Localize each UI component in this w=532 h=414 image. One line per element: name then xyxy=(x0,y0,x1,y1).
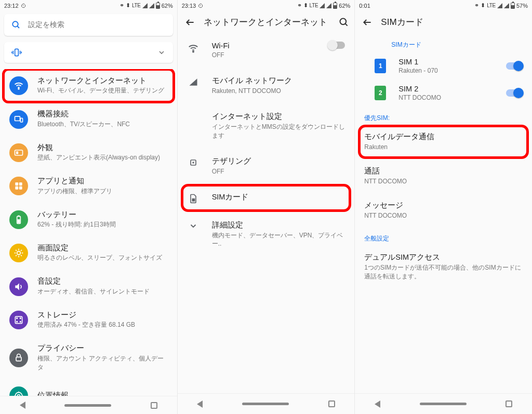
nav-recents-button[interactable] xyxy=(151,402,157,409)
vowifi-icon: ⚭ xyxy=(297,2,302,9)
svg-point-42 xyxy=(340,18,347,24)
settings-item-location[interactable]: 位置情報 xyxy=(0,379,177,396)
appearance-icon xyxy=(9,143,28,162)
sim-panel: 0:01 ⚭ ⬍ LTE 57% SIMカード SIMカード 1 SIM 1Ra… xyxy=(355,0,532,414)
data-icon: ⬍ xyxy=(303,2,308,9)
network-panel: 23:13⏲ ⚭ ⬍ LTE 62% ネットワークとインターネット Wi-F xyxy=(178,0,355,414)
sim-slot-1[interactable]: 1 SIM 1Rakuten - 070 xyxy=(355,52,532,79)
network-item-wifi[interactable]: Wi-FiOFF xyxy=(178,33,355,68)
net-label: LTE xyxy=(132,3,141,8)
vibrate-icon xyxy=(11,47,22,58)
navigation-bar xyxy=(355,393,532,414)
clock: 0:01 xyxy=(359,3,370,9)
settings-item-sound[interactable]: 音設定オーディオ、着信音、サイレントモード xyxy=(0,270,177,303)
status-bar: 23:13⏲ ⚭ ⬍ LTE 62% xyxy=(178,0,355,11)
svg-line-26 xyxy=(16,255,17,256)
network-item-advanced[interactable]: 詳細設定機内モード、データセーバー、VPN、プライベー.. xyxy=(178,212,355,256)
settings-item-subtitle: Wi-Fi、モバイル、データ使用量、テザリング xyxy=(37,86,164,95)
wifi-icon xyxy=(9,76,28,95)
hotspot-icon xyxy=(187,157,200,168)
search-icon[interactable] xyxy=(339,17,349,28)
section-preferred-sim: 優先SIM: xyxy=(355,106,532,125)
alarm-icon: ⏲ xyxy=(21,3,26,9)
back-button[interactable] xyxy=(362,17,373,28)
brightness-icon xyxy=(9,244,28,262)
sim1-toggle[interactable] xyxy=(506,62,523,70)
sound-icon xyxy=(9,277,28,296)
svg-rect-29 xyxy=(15,316,22,323)
svg-rect-48 xyxy=(192,198,195,202)
nav-home-button[interactable] xyxy=(242,403,289,405)
data-icon: ⬍ xyxy=(126,2,130,9)
wifi-toggle[interactable] xyxy=(328,42,345,49)
page-title: ネットワークとインターネット xyxy=(204,16,331,28)
signal-icon xyxy=(142,3,148,8)
preferred-data[interactable]: モバイルデータ通信 Rakuten xyxy=(355,125,532,159)
chevron-down-icon xyxy=(157,48,166,57)
svg-rect-9 xyxy=(20,118,22,122)
section-sim-cards: SIMカード xyxy=(355,33,532,52)
svg-rect-15 xyxy=(19,186,22,190)
svg-line-43 xyxy=(345,23,348,25)
network-item-sim[interactable]: SIMカード xyxy=(178,184,355,212)
settings-item-battery[interactable]: バッテリー62% - 残り時間: 約1日3時間 xyxy=(0,203,177,236)
nav-home-button[interactable] xyxy=(64,404,111,407)
svg-point-47 xyxy=(192,162,194,163)
svg-rect-17 xyxy=(18,215,19,217)
search-settings[interactable]: 設定を検索 xyxy=(4,14,173,36)
section-general: 全般設定 xyxy=(355,227,532,245)
alarm-icon: ⏲ xyxy=(198,3,204,9)
svg-point-19 xyxy=(17,251,21,255)
preferred-calls[interactable]: 通話 NTT DOCOMO xyxy=(355,159,532,193)
svg-line-24 xyxy=(16,250,17,251)
svg-marker-28 xyxy=(15,283,19,290)
settings-item-privacy[interactable]: プライバシー権限、アカウント アクティビティ、個人データ xyxy=(0,337,177,379)
settings-item-connected[interactable]: 機器接続Bluetooth、TV/スピーカー、NFC xyxy=(0,102,177,136)
battery-icon xyxy=(156,3,160,9)
nav-recents-button[interactable] xyxy=(506,400,512,407)
network-item-tethering[interactable]: テザリングOFF xyxy=(178,148,355,184)
settings-item-apps[interactable]: アプリと通知アプリの権限、標準アプリ xyxy=(0,169,177,203)
svg-line-1 xyxy=(17,26,19,28)
nav-back-button[interactable] xyxy=(197,400,203,408)
app-bar: SIMカード xyxy=(355,11,532,33)
sound-output-selector[interactable] xyxy=(4,42,173,63)
nav-back-button[interactable] xyxy=(375,400,380,408)
nav-recents-button[interactable] xyxy=(328,400,335,407)
svg-point-30 xyxy=(17,318,18,319)
svg-point-44 xyxy=(193,51,194,52)
navigation-bar xyxy=(0,396,177,414)
signal-icon-2 xyxy=(149,3,154,8)
svg-point-0 xyxy=(12,21,18,27)
dual-sim-access[interactable]: デュアルSIMアクセス 1つのSIMカードが送信不可能の場合、他のSIMカードに… xyxy=(355,245,532,288)
svg-rect-14 xyxy=(15,186,18,190)
svg-rect-12 xyxy=(15,183,18,186)
search-icon xyxy=(11,20,21,30)
back-button[interactable] xyxy=(185,17,195,28)
settings-item-appearance[interactable]: 外観壁紙、アンビエント表示(Always-on display) xyxy=(0,136,177,169)
signal-icon xyxy=(187,77,200,87)
network-item-mobile[interactable]: モバイル ネットワークRakuten, NTT DOCOMO xyxy=(178,68,355,103)
sim2-toggle[interactable] xyxy=(506,89,523,97)
preferred-messages[interactable]: メッセージ NTT DOCOMO xyxy=(355,193,532,228)
sim1-chip-icon: 1 xyxy=(375,59,386,73)
sim-slot-2[interactable]: 2 SIM 2NTT DOCOMO xyxy=(355,79,532,106)
status-bar: 0:01 ⚭ ⬍ LTE 57% xyxy=(355,0,532,11)
svg-rect-34 xyxy=(16,357,21,361)
svg-rect-2 xyxy=(15,49,19,56)
settings-main-panel: 23:12⏲ ⚭ ⬍ LTE 62% 設定を検索 xyxy=(0,0,178,414)
chevron-down-icon xyxy=(187,221,200,231)
settings-item-network[interactable]: ネットワークとインターネットWi-Fi、モバイル、データ使用量、テザリング xyxy=(0,69,177,102)
svg-rect-11 xyxy=(16,151,18,154)
vowifi-icon: ⚭ xyxy=(119,2,124,9)
settings-item-storage[interactable]: ストレージ使用済み 47% - 空き容量 68.14 GB xyxy=(0,303,177,337)
network-item-internet-settings[interactable]: インターネット設定インターネットとMMSの設定をダウンロードします xyxy=(178,103,355,148)
devices-icon xyxy=(9,110,28,129)
svg-point-33 xyxy=(20,321,21,322)
sim2-chip-icon: 2 xyxy=(375,86,386,100)
nav-back-button[interactable] xyxy=(20,402,25,409)
nav-home-button[interactable] xyxy=(420,403,467,405)
settings-item-display[interactable]: 画面設定明るさのレベル、スリープ、フォントサイズ xyxy=(0,236,177,270)
svg-point-31 xyxy=(20,318,21,319)
navigation-bar xyxy=(178,393,355,414)
